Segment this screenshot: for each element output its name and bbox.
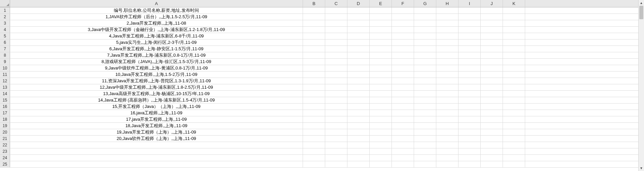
cell-J23[interactable] <box>481 148 503 154</box>
cell-I1[interactable] <box>459 7 481 13</box>
cell-H10[interactable] <box>436 65 459 71</box>
cell-I5[interactable] <box>459 33 481 39</box>
row-header-25[interactable]: 25 <box>0 161 10 167</box>
cell-B9[interactable] <box>303 59 325 65</box>
column-header-H[interactable]: H <box>436 0 459 7</box>
cell-I13[interactable] <box>459 84 481 90</box>
cell-K10[interactable] <box>503 65 525 71</box>
cell-D22[interactable] <box>347 142 370 148</box>
cell-D1[interactable] <box>347 7 370 13</box>
cell-J19[interactable] <box>481 123 503 129</box>
cell-E12[interactable] <box>370 78 392 84</box>
cell-G24[interactable] <box>414 155 436 161</box>
cell-E16[interactable] <box>370 104 392 110</box>
cell-D11[interactable] <box>347 72 370 78</box>
cell-B10[interactable] <box>303 65 325 71</box>
cell-K5[interactable] <box>503 33 525 39</box>
cell-F10[interactable] <box>392 65 414 71</box>
cell-D8[interactable] <box>347 52 370 58</box>
column-header-F[interactable]: F <box>392 0 414 7</box>
cell-C25[interactable] <box>325 161 347 167</box>
cell-B13[interactable] <box>303 84 325 90</box>
cell-D5[interactable] <box>347 33 370 39</box>
column-header-J[interactable]: J <box>481 0 503 7</box>
cell-D6[interactable] <box>347 39 370 46</box>
cell-D9[interactable] <box>347 59 370 65</box>
cell-H16[interactable] <box>436 104 459 110</box>
cell-K16[interactable] <box>503 104 525 110</box>
cell-B3[interactable] <box>303 20 325 26</box>
cell-C22[interactable] <box>325 142 347 148</box>
cell-G21[interactable] <box>414 136 436 142</box>
cell-H6[interactable] <box>436 39 459 46</box>
cell-H1[interactable] <box>436 7 459 13</box>
cell-C8[interactable] <box>325 52 347 58</box>
cell-J20[interactable] <box>481 129 503 135</box>
cell-F4[interactable] <box>392 27 414 33</box>
cell-J11[interactable] <box>481 72 503 78</box>
cell-K18[interactable] <box>503 116 525 122</box>
cell-F3[interactable] <box>392 20 414 26</box>
cell-G13[interactable] <box>414 84 436 90</box>
cell-H12[interactable] <box>436 78 459 84</box>
cell-K7[interactable] <box>503 46 525 52</box>
cell-F1[interactable] <box>392 7 414 13</box>
cell-K4[interactable] <box>503 27 525 33</box>
cell-J22[interactable] <box>481 142 503 148</box>
cell-K20[interactable] <box>503 129 525 135</box>
cell-F9[interactable] <box>392 59 414 65</box>
cell-D24[interactable] <box>347 155 370 161</box>
cell-I10[interactable] <box>459 65 481 71</box>
row-header-12[interactable]: 12 <box>0 78 10 84</box>
cell-G12[interactable] <box>414 78 436 84</box>
cell-C6[interactable] <box>325 39 347 46</box>
cell-D13[interactable] <box>347 84 370 90</box>
cell-C20[interactable] <box>325 129 347 135</box>
cell-H22[interactable] <box>436 142 459 148</box>
cell-A5[interactable]: 4,Java开发工程师,,上海-浦东新区,6-8千/月,11-09 <box>10 33 303 39</box>
cell-B21[interactable] <box>303 136 325 142</box>
row-header-21[interactable]: 21 <box>0 136 10 142</box>
cell-H11[interactable] <box>436 72 459 78</box>
cell-D7[interactable] <box>347 46 370 52</box>
cell-F8[interactable] <box>392 52 414 58</box>
cell-K8[interactable] <box>503 52 525 58</box>
cell-C1[interactable] <box>325 7 347 13</box>
cell-F13[interactable] <box>392 84 414 90</box>
column-header-I[interactable]: I <box>459 0 481 7</box>
cell-C21[interactable] <box>325 136 347 142</box>
cell-E22[interactable] <box>370 142 392 148</box>
cell-D20[interactable] <box>347 129 370 135</box>
cell-E3[interactable] <box>370 20 392 26</box>
row-header-24[interactable]: 24 <box>0 155 10 161</box>
cell-A21[interactable]: 20,Java软件工程师（上海）,,上海,,11-09 <box>10 136 303 142</box>
cell-E5[interactable] <box>370 33 392 39</box>
cell-F7[interactable] <box>392 46 414 52</box>
cell-B2[interactable] <box>303 14 325 20</box>
column-header-G[interactable]: G <box>414 0 436 7</box>
cell-G20[interactable] <box>414 129 436 135</box>
cell-I9[interactable] <box>459 59 481 65</box>
cell-B17[interactable] <box>303 110 325 116</box>
cell-F14[interactable] <box>392 91 414 97</box>
cell-B23[interactable] <box>303 148 325 154</box>
cell-E1[interactable] <box>370 7 392 13</box>
cell-G11[interactable] <box>414 72 436 78</box>
cell-I15[interactable] <box>459 97 481 103</box>
cell-B20[interactable] <box>303 129 325 135</box>
cell-K2[interactable] <box>503 14 525 20</box>
cell-H8[interactable] <box>436 52 459 58</box>
cell-A12[interactable]: 11,资深Java开发工程师,,上海-普陀区,1.3-1.9万/月,11-09 <box>10 78 303 84</box>
cell-A13[interactable]: 12,Java中级开发工程师,,上海-浦东新区,1.8-2.5万/月,11-09 <box>10 84 303 90</box>
row-header-14[interactable]: 14 <box>0 91 10 97</box>
cell-I16[interactable] <box>459 104 481 110</box>
cell-F15[interactable] <box>392 97 414 103</box>
cell-F19[interactable] <box>392 123 414 129</box>
row-header-5[interactable]: 5 <box>0 33 10 39</box>
cell-I25[interactable] <box>459 161 481 167</box>
row-header-7[interactable]: 7 <box>0 46 10 52</box>
cell-G6[interactable] <box>414 39 436 46</box>
cell-A25[interactable] <box>10 161 303 167</box>
cell-I20[interactable] <box>459 129 481 135</box>
row-header-17[interactable]: 17 <box>0 110 10 116</box>
